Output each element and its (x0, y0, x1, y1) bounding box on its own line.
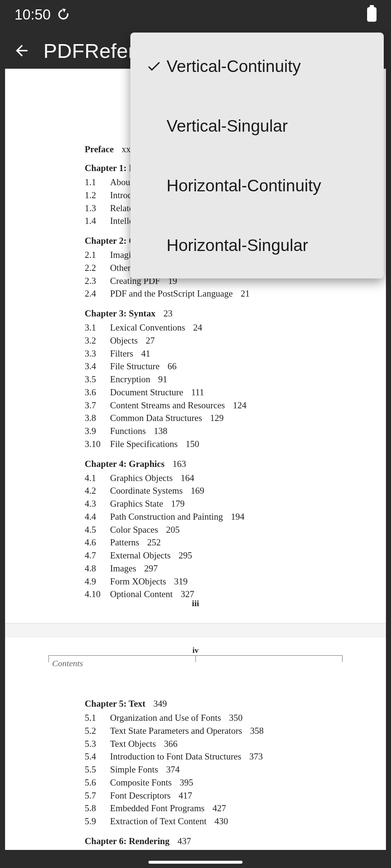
toc-entry: 4.8Images297 (85, 562, 342, 575)
page-number: iii (5, 599, 386, 608)
toc-entry: 2.4PDF and the PostScript Language21 (85, 288, 342, 300)
toc-entry: 5.9Extraction of Text Content430 (85, 815, 342, 827)
toc-entry: 3.1Lexical Conventions24 (85, 322, 342, 334)
menu-item-label: Horizontal-Singular (167, 235, 373, 255)
toc-entry: 4.3Graphics State179 (85, 498, 342, 510)
menu-item-label: Vertical-Continuity (167, 56, 373, 76)
toc-entry: 3.5Encryption91 (85, 373, 342, 386)
toc-chapter-head: Chapter 4: Graphics163 (85, 459, 342, 469)
toc-entry: 5.8Embedded Font Programs427 (85, 802, 342, 814)
toc-entry: 3.2Objects27 (85, 335, 342, 347)
toc-entry: 6.1CIE-Based Color to Device Color438 (85, 849, 342, 850)
toc-entry: 3.3Filters41 (85, 348, 342, 360)
menu-item-label: Horizontal-Continuity (167, 176, 373, 195)
toc-entry: 3.7Content Streams and Resources124 (85, 399, 342, 412)
menu-item-vertical-singular[interactable]: Vertical-Singular (130, 96, 384, 156)
toc-entry: 3.6Document Structure111 (85, 386, 342, 399)
toc-entry: 5.2Text State Parameters and Operators35… (85, 725, 342, 737)
back-button[interactable] (11, 40, 33, 61)
toc-entry: 5.3Text Objects366 (85, 738, 342, 750)
toc-entry: 3.10File Specifications150 (85, 438, 342, 450)
toc-entry: 4.6Patterns252 (85, 536, 342, 549)
menu-item-horizontal-continuity[interactable]: Horizontal-Continuity (130, 156, 384, 215)
toc-entry: 5.4Introduction to Font Data Structures3… (85, 750, 342, 763)
toc-entry: 5.6Composite Fonts395 (85, 776, 342, 789)
battery-icon (367, 7, 377, 22)
status-time: 10:50 (14, 7, 51, 23)
toc-entry: 5.5Simple Fonts374 (85, 763, 342, 776)
toc-chapter-head: Chapter 3: Syntax23 (85, 309, 342, 319)
toc-entry: 3.8Common Data Structures129 (85, 412, 342, 424)
menu-item-vertical-continuity[interactable]: Vertical-Continuity (130, 36, 384, 96)
toc-entry: 5.7Font Descriptors417 (85, 790, 342, 802)
page-number: iv (192, 646, 198, 655)
toc-entry: 4.5Color Spaces205 (85, 524, 342, 536)
toc-entry: 4.9Form XObjects319 (85, 575, 342, 588)
toc-entry: 3.4File Structure66 (85, 360, 342, 373)
running-head: Contents (52, 659, 83, 668)
back-arrow-icon (13, 42, 30, 59)
toc-body: Chapter 5: Text3495.1Organization and Us… (27, 699, 364, 850)
pdf-page: Contents iv Chapter 5: Text3495.1Organiz… (5, 637, 386, 850)
toc-entry: 5.1Organization and Use of Fonts350 (85, 712, 342, 724)
menu-item-horizontal-singular[interactable]: Horizontal-Singular (130, 215, 384, 275)
toc-entry: 3.9Functions138 (85, 425, 342, 437)
nav-handle[interactable] (148, 861, 243, 864)
toc-entry: 4.1Graphics Objects164 (85, 472, 342, 484)
menu-item-label: Vertical-Singular (167, 116, 373, 136)
layout-menu: Vertical-Continuity Vertical-Singular Ho… (130, 33, 384, 278)
page-header: Contents iv (49, 655, 342, 684)
toc-entry: 4.2Coordinate Systems169 (85, 485, 342, 497)
toc-entry: 4.7External Objects295 (85, 549, 342, 562)
check-icon (141, 58, 167, 74)
toc-chapter-head: Chapter 5: Text349 (85, 699, 342, 709)
status-bar: 10:50 (0, 0, 391, 29)
toc-entry: 4.4Path Construction and Painting194 (85, 511, 342, 523)
toc-chapter-head: Chapter 6: Rendering437 (85, 836, 342, 846)
sync-icon (57, 8, 70, 21)
